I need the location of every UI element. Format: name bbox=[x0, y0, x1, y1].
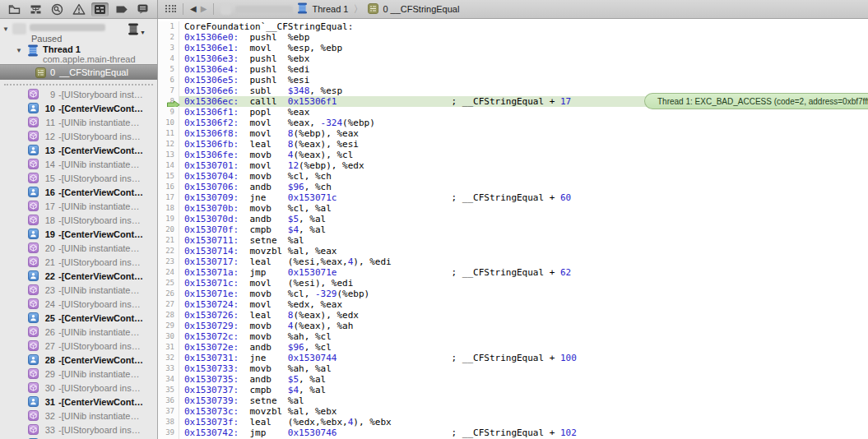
thread-name[interactable]: Thread 1 bbox=[43, 44, 81, 54]
line-number[interactable]: 6 bbox=[158, 75, 179, 85]
code-line[interactable]: 60x15306e5: pushl %esi bbox=[158, 75, 868, 85]
code-line[interactable]: 100x15306f2: movl %eax, -324(%ebp) bbox=[158, 118, 868, 128]
stack-frame[interactable]: 17-[UINib instantiate… bbox=[0, 199, 157, 213]
code-line[interactable]: 20x15306e0: pushl %ebp bbox=[158, 32, 868, 43]
line-number[interactable]: 10 bbox=[158, 118, 179, 128]
code-line[interactable]: 30x15306e1: movl %esp, %ebp bbox=[158, 43, 868, 53]
code-line[interactable]: 110x15306f8: movl 8(%ebp), %eax bbox=[158, 128, 868, 139]
thread-disclosure-triangle[interactable]: ▼ bbox=[16, 47, 22, 54]
line-number[interactable]: 11 bbox=[158, 128, 179, 139]
stack-frame[interactable]: 27-[UIStoryboard ins… bbox=[0, 339, 157, 353]
code-line[interactable]: 290x1530729: movb 4(%eax), %ah bbox=[158, 321, 868, 331]
stack-frame[interactable]: 32-[UINib instantiate… bbox=[0, 409, 157, 423]
code-line[interactable]: 280x1530726: leal 8(%eax), %edx bbox=[158, 310, 868, 321]
line-number[interactable]: 32 bbox=[158, 353, 179, 363]
code-line[interactable]: 350x1530737: cmpb $4, %al bbox=[158, 385, 868, 395]
stack-frame[interactable]: 30-[UIStoryboard ins… bbox=[0, 381, 157, 395]
line-number[interactable]: 26 bbox=[158, 289, 179, 299]
code-line[interactable]: 270x1530724: movl %edx, %eax bbox=[158, 299, 868, 310]
line-number[interactable]: 39 bbox=[158, 427, 179, 438]
symbol-navigator-icon[interactable] bbox=[27, 2, 44, 16]
current-instruction-line[interactable]: 80x15306ec: calll 0x15306f1 ; __CFString… bbox=[158, 96, 868, 107]
related-items-icon[interactable] bbox=[165, 4, 176, 15]
line-number[interactable]: 5 bbox=[158, 64, 179, 75]
code-line[interactable]: 180x153070b: movb %cl, %al bbox=[158, 203, 868, 214]
issue-navigator-icon[interactable] bbox=[70, 2, 87, 16]
line-number[interactable]: 36 bbox=[158, 395, 179, 406]
disassembly-editor[interactable]: 1CoreFoundation`__CFStringEqual:20x15306… bbox=[158, 19, 868, 439]
code-line[interactable]: 190x153070d: andb $5, %al bbox=[158, 214, 868, 224]
code-line[interactable]: 380x153073f: leal (%edx,%ebx,4), %ebx bbox=[158, 417, 868, 427]
code-line[interactable]: 170x1530709: jne 0x153071c ; __CFStringE… bbox=[158, 192, 868, 203]
line-number[interactable]: 33 bbox=[158, 363, 179, 374]
code-line[interactable]: 90x15306f1: popl %eax bbox=[158, 107, 868, 118]
line-number[interactable]: 22 bbox=[158, 246, 179, 256]
line-number[interactable]: 4 bbox=[158, 53, 179, 64]
line-number[interactable]: 35 bbox=[158, 385, 179, 395]
code-line[interactable]: 120x15306fb: leal 8(%eax), %esi bbox=[158, 139, 868, 150]
stack-frame[interactable]: 22-[CenterViewCont… bbox=[0, 269, 157, 283]
stack-frame[interactable]: 24-[UIStoryboard ins… bbox=[0, 297, 157, 311]
line-number[interactable]: 14 bbox=[158, 160, 179, 171]
line-number[interactable]: 24 bbox=[158, 267, 179, 278]
line-number[interactable]: 23 bbox=[158, 256, 179, 267]
code-line[interactable]: 150x1530704: movb %cl, %ch bbox=[158, 171, 868, 182]
code-line[interactable]: 330x1530733: movb %ah, %al bbox=[158, 363, 868, 374]
debug-navigator-icon[interactable] bbox=[91, 2, 109, 16]
line-number[interactable]: 17 bbox=[158, 192, 179, 203]
code-line[interactable]: 40x15306e3: pushl %ebx bbox=[158, 53, 868, 64]
line-number[interactable]: 37 bbox=[158, 406, 179, 417]
line-number[interactable]: 38 bbox=[158, 417, 179, 427]
stack-frame[interactable]: 10-[CenterViewCont… bbox=[0, 101, 157, 115]
stack-frame[interactable]: 16-[CenterViewCont… bbox=[0, 185, 157, 199]
stack-frame[interactable]: 25-[CenterViewCont… bbox=[0, 311, 157, 325]
line-number[interactable]: 30 bbox=[158, 331, 179, 342]
code-line[interactable]: 210x1530711: setne %al bbox=[158, 235, 868, 246]
line-number[interactable]: 27 bbox=[158, 299, 179, 310]
stack-frame[interactable]: 20-[UINib instantiate… bbox=[0, 241, 157, 255]
stack-frame[interactable]: 12-[UIStoryboard ins… bbox=[0, 129, 157, 143]
code-line[interactable]: 160x1530706: andb $96, %ch bbox=[158, 182, 868, 192]
code-line[interactable]: 340x1530735: andb $5, %al bbox=[158, 374, 868, 385]
stack-frame[interactable]: 18-[UIStoryboard ins… bbox=[0, 213, 157, 227]
code-line[interactable]: 230x1530717: leal (%esi,%eax,4), %edi bbox=[158, 256, 868, 267]
code-line[interactable]: 200x153070f: cmpb $4, %al bbox=[158, 224, 868, 235]
line-number[interactable]: 12 bbox=[158, 139, 179, 150]
stack-frame[interactable]: 21-[UIStoryboard ins… bbox=[0, 255, 157, 269]
line-number[interactable]: 19 bbox=[158, 214, 179, 224]
line-number[interactable]: 29 bbox=[158, 321, 179, 331]
stack-frame[interactable]: 23-[UINib instantiate… bbox=[0, 283, 157, 297]
log-navigator-icon[interactable] bbox=[134, 2, 151, 16]
code-line[interactable]: 140x1530701: movl 12(%ebp), %edx bbox=[158, 160, 868, 171]
stack-frame[interactable]: 13-[CenterViewCont… bbox=[0, 143, 157, 157]
line-number[interactable]: 25 bbox=[158, 278, 179, 289]
code-line[interactable]: 310x153072e: andb $96, %cl bbox=[158, 342, 868, 353]
code-line[interactable]: 250x153071c: movl (%esi), %edi bbox=[158, 278, 868, 289]
process-view-button[interactable]: ▼ bbox=[128, 23, 146, 35]
stack-frame[interactable]: 15-[UIStoryboard ins… bbox=[0, 171, 157, 185]
line-number[interactable]: 34 bbox=[158, 374, 179, 385]
line-number[interactable]: 16 bbox=[158, 182, 179, 192]
forward-button[interactable]: ▶ bbox=[201, 5, 207, 13]
search-navigator-icon[interactable] bbox=[49, 2, 66, 16]
code-line[interactable]: 370x153073c: movzbl %al, %ebx bbox=[158, 406, 868, 417]
code-line[interactable]: 50x15306e4: pushl %edi bbox=[158, 64, 868, 75]
back-button[interactable]: ◀ bbox=[190, 5, 197, 13]
stack-frame[interactable]: 29-[UINib instantiate… bbox=[0, 367, 157, 381]
jumpbar-thread-item[interactable]: Thread 1 bbox=[312, 4, 348, 14]
code-line[interactable]: 390x1530742: jmp 0x1530746 ; __CFStringE… bbox=[158, 427, 868, 438]
code-line[interactable]: 300x153072c: movb %ah, %cl bbox=[158, 331, 868, 342]
code-line[interactable]: 240x153071a: jmp 0x153071e ; __CFStringE… bbox=[158, 267, 868, 278]
code-line[interactable]: 130x15306fe: movb 4(%eax), %cl bbox=[158, 150, 868, 160]
code-line[interactable]: 360x1530739: setne %al bbox=[158, 395, 868, 406]
line-number[interactable]: 9 bbox=[158, 107, 179, 118]
jumpbar-frame-item[interactable]: 0 __CFStringEqual bbox=[383, 4, 459, 14]
line-number[interactable]: 2 bbox=[158, 32, 179, 43]
line-number[interactable]: 28 bbox=[158, 310, 179, 321]
code-line[interactable]: 220x1530714: movzbl %al, %eax bbox=[158, 246, 868, 256]
line-number[interactable]: 15 bbox=[158, 171, 179, 182]
line-number[interactable]: 3 bbox=[158, 43, 179, 53]
code-line[interactable]: 1CoreFoundation`__CFStringEqual: bbox=[158, 21, 868, 32]
code-line[interactable]: 260x153071e: movb %cl, -329(%ebp) bbox=[158, 289, 868, 299]
selected-stack-frame[interactable]: 0 __CFStringEqual bbox=[0, 64, 157, 80]
